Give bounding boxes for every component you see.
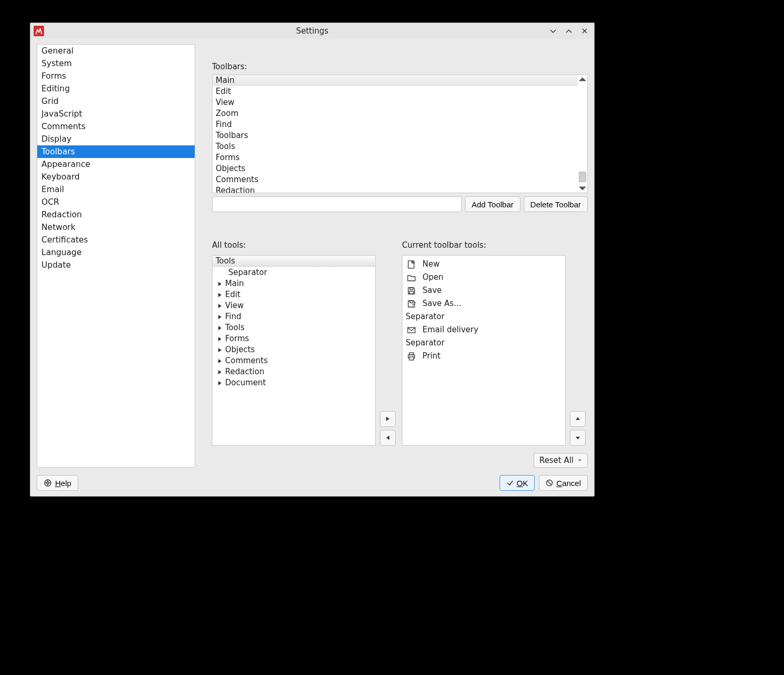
svg-rect-1	[410, 288, 413, 290]
toolbars-list[interactable]: Main Edit View Zoom Find Toolbars Tools …	[212, 75, 588, 193]
app-icon	[34, 26, 44, 36]
expand-icon	[218, 358, 222, 364]
tool-item-save-as[interactable]: Save As...	[402, 297, 565, 310]
svg-rect-3	[410, 301, 413, 303]
expand-icon	[218, 325, 222, 331]
sidebar-item-editing[interactable]: Editing	[37, 82, 195, 95]
titlebar: Settings	[30, 23, 594, 39]
tree-item-find[interactable]: Find	[213, 311, 375, 322]
tool-item-save[interactable]: Save	[402, 284, 565, 297]
window-title: Settings	[30, 26, 594, 36]
close-button[interactable]	[577, 25, 592, 37]
toolbar-item-forms[interactable]: Forms	[213, 152, 578, 163]
tool-item-print[interactable]: Print	[402, 350, 565, 363]
tree-item-tools[interactable]: Tools	[213, 322, 375, 333]
tool-item-separator[interactable]: Separator	[402, 310, 565, 323]
toolbar-item-edit[interactable]: Edit	[213, 86, 578, 97]
ok-label: OK	[517, 479, 528, 488]
sidebar-item-email[interactable]: Email	[37, 183, 195, 196]
sidebar-item-network[interactable]: Network	[37, 221, 195, 234]
sidebar-item-forms[interactable]: Forms	[37, 70, 195, 82]
sidebar-item-javascript[interactable]: JavaScript	[37, 108, 195, 120]
scroll-down-icon[interactable]	[578, 184, 587, 193]
toolbar-item-find[interactable]: Find	[213, 119, 578, 130]
sidebar-item-grid[interactable]: Grid	[37, 95, 195, 108]
tree-item-objects[interactable]: Objects	[213, 344, 375, 355]
toolbar-item-zoom[interactable]: Zoom	[213, 108, 578, 119]
toolbar-item-view[interactable]: View	[213, 97, 578, 108]
check-icon	[506, 479, 514, 487]
toolbar-item-tools[interactable]: Tools	[213, 141, 578, 152]
tool-item-new[interactable]: New	[402, 258, 565, 271]
tree-item-separator[interactable]: Separator	[213, 267, 375, 278]
move-down-button[interactable]	[570, 430, 586, 446]
toolbars-scrollbar[interactable]	[578, 75, 587, 193]
tree-item-forms[interactable]: Forms	[213, 333, 375, 344]
expand-icon	[218, 347, 222, 353]
remove-tool-button[interactable]	[380, 430, 396, 446]
chevron-down-icon	[578, 458, 582, 462]
tool-item-email-delivery[interactable]: Email delivery	[402, 323, 565, 336]
expand-icon	[218, 336, 222, 342]
expand-icon	[218, 281, 222, 287]
scroll-thumb[interactable]	[579, 172, 586, 182]
sidebar-item-update[interactable]: Update	[37, 259, 195, 271]
all-tools-label: All tools:	[212, 240, 376, 250]
ok-button[interactable]: OK	[500, 475, 535, 491]
folder-open-icon	[406, 272, 417, 283]
cancel-label: Cancel	[556, 479, 581, 488]
tree-item-view[interactable]: View	[213, 300, 375, 311]
toolbar-name-input[interactable]	[212, 196, 462, 212]
help-button[interactable]: Help	[37, 475, 78, 491]
delete-toolbar-button[interactable]: Delete Toolbar	[524, 196, 588, 212]
sidebar-item-appearance[interactable]: Appearance	[37, 158, 195, 171]
toolbar-item-comments[interactable]: Comments	[213, 174, 578, 185]
scroll-up-icon[interactable]	[578, 75, 587, 83]
tree-item-redaction[interactable]: Redaction	[213, 366, 375, 377]
sidebar-item-language[interactable]: Language	[37, 246, 195, 259]
cancel-icon	[546, 479, 553, 487]
current-tools-list[interactable]: New Open Save	[402, 255, 566, 446]
expand-icon	[218, 303, 222, 309]
svg-rect-2	[409, 291, 414, 294]
print-icon	[406, 351, 417, 362]
cancel-button[interactable]: Cancel	[539, 475, 588, 491]
sidebar-item-keyboard[interactable]: Keyboard	[37, 171, 195, 183]
sidebar-item-redaction[interactable]: Redaction	[37, 208, 195, 221]
help-icon	[44, 479, 52, 487]
tree-item-edit[interactable]: Edit	[213, 289, 375, 300]
toolbar-item-redaction[interactable]: Redaction	[213, 185, 578, 193]
reset-all-button[interactable]: Reset All	[534, 453, 588, 468]
add-toolbar-button[interactable]: Add Toolbar	[465, 196, 521, 212]
all-tools-header: Tools	[213, 256, 375, 267]
tree-item-document[interactable]: Document	[213, 377, 375, 388]
new-file-icon	[406, 259, 417, 270]
settings-category-list[interactable]: General System Forms Editing Grid JavaSc…	[37, 44, 195, 468]
add-tool-button[interactable]	[380, 411, 396, 427]
svg-rect-7	[409, 357, 414, 360]
expand-icon	[218, 292, 222, 298]
move-up-button[interactable]	[570, 411, 586, 427]
tool-item-separator[interactable]: Separator	[402, 336, 565, 350]
sidebar-item-display[interactable]: Display	[37, 133, 195, 145]
sidebar-item-ocr[interactable]: OCR	[37, 196, 195, 208]
toolbar-item-objects[interactable]: Objects	[213, 163, 578, 174]
sidebar-item-comments[interactable]: Comments	[37, 120, 195, 133]
toolbar-item-toolbars[interactable]: Toolbars	[213, 130, 578, 141]
settings-window: Settings General System Forms Editing Gr…	[30, 23, 595, 497]
sidebar-item-toolbars[interactable]: Toolbars	[37, 145, 195, 158]
all-tools-list[interactable]: Tools Separator Main Edit View Find Tool…	[212, 255, 376, 446]
toolbar-item-main[interactable]: Main	[213, 75, 578, 86]
tree-item-comments[interactable]: Comments	[213, 355, 375, 366]
sidebar-item-general[interactable]: General	[37, 45, 195, 57]
minimize-button[interactable]	[546, 25, 560, 37]
current-tools-label: Current toolbar tools:	[402, 240, 566, 250]
tool-item-open[interactable]: Open	[402, 271, 565, 284]
expand-icon	[218, 381, 222, 386]
sidebar-item-system[interactable]: System	[37, 57, 195, 70]
tree-item-main[interactable]: Main	[213, 278, 375, 289]
help-label: Help	[55, 479, 71, 488]
maximize-button[interactable]	[561, 25, 576, 37]
sidebar-item-certificates[interactable]: Certificates	[37, 234, 195, 246]
toolbars-label: Toolbars:	[212, 62, 588, 71]
